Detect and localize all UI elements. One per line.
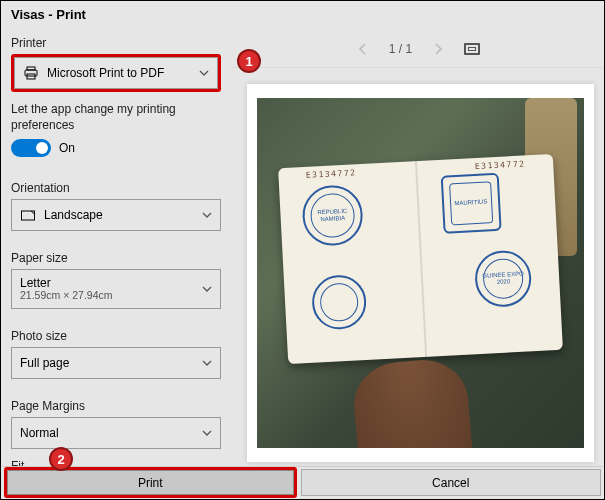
margins-label: Page Margins	[11, 399, 221, 413]
orientation-value: Landscape	[44, 208, 202, 222]
chevron-down-icon	[202, 284, 212, 294]
paper-label: Paper size	[11, 251, 221, 265]
passport-illustration: E3134772 E3134772 REPUBLIC NAMIBIA MAURI…	[278, 154, 563, 364]
callout-1: 1	[237, 49, 261, 73]
printer-icon	[23, 65, 39, 81]
page-indicator: 1 / 1	[389, 42, 412, 56]
toggle-state: On	[59, 141, 75, 155]
chevron-down-icon	[202, 358, 212, 368]
printer-value: Microsoft Print to PDF	[47, 66, 199, 80]
stamp-guinee: GUINEE EXPO 2020	[474, 249, 533, 308]
preview-nav: 1 / 1	[231, 30, 604, 68]
chevron-down-icon	[202, 210, 212, 220]
chevron-down-icon	[199, 68, 209, 78]
prev-page-button[interactable]	[355, 41, 371, 57]
window-title: Visas - Print	[1, 1, 604, 30]
orientation-combobox[interactable]: Landscape	[11, 199, 221, 231]
printer-combobox[interactable]: Microsoft Print to PDF	[14, 57, 218, 89]
callout-2: 2	[49, 447, 73, 471]
action-bar: Print Cancel	[2, 466, 603, 498]
toggle-track	[11, 139, 51, 157]
preview-panel: 1 / 1 E3134772 E3134772 REPUBLIC NAMIBIA…	[231, 30, 604, 468]
landscape-icon	[20, 207, 36, 223]
print-button[interactable]: Print	[7, 470, 294, 495]
pref-text: Let the app change my printing preferenc…	[11, 102, 221, 133]
paper-value: Letter	[20, 276, 51, 290]
margins-combobox[interactable]: Normal	[11, 417, 221, 449]
printer-label: Printer	[11, 36, 221, 50]
pref-toggle[interactable]: On	[11, 139, 75, 157]
passport-number-left: E3134772	[306, 168, 357, 180]
stamp-namibia: REPUBLIC NAMIBIA	[301, 184, 364, 247]
photo-size-value: Full page	[20, 356, 202, 370]
fit-to-page-button[interactable]	[464, 43, 480, 55]
chevron-down-icon	[202, 428, 212, 438]
photo-size-combobox[interactable]: Full page	[11, 347, 221, 379]
cancel-button[interactable]: Cancel	[301, 469, 602, 496]
margins-value: Normal	[20, 426, 202, 440]
passport-number-right: E3134772	[475, 159, 526, 171]
preview-page: E3134772 E3134772 REPUBLIC NAMIBIA MAURI…	[247, 84, 594, 462]
print-options-panel: Printer Microsoft Print to PDF Let the a…	[1, 30, 231, 468]
paper-sub: 21.59cm × 27.94cm	[20, 290, 202, 302]
preview-photo: E3134772 E3134772 REPUBLIC NAMIBIA MAURI…	[257, 98, 584, 448]
stamp-mauritius: MAURITIUS	[441, 172, 502, 233]
stamp-round	[311, 274, 368, 331]
next-page-button[interactable]	[430, 41, 446, 57]
svg-rect-1	[27, 67, 35, 70]
orientation-label: Orientation	[11, 181, 221, 195]
paper-size-combobox[interactable]: Letter 21.59cm × 27.94cm	[11, 269, 221, 309]
photo-size-label: Photo size	[11, 329, 221, 343]
